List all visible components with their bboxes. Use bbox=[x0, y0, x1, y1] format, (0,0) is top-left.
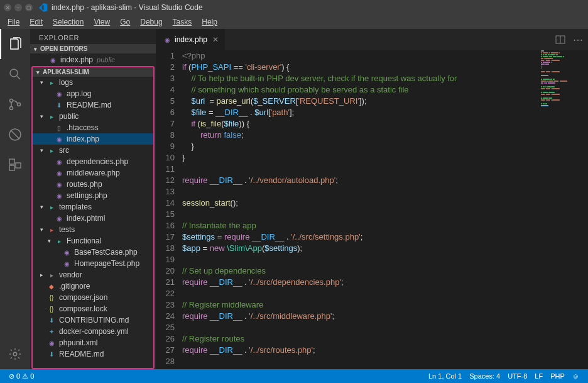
activity-extensions-icon[interactable] bbox=[0, 150, 30, 180]
tree-item-label: CONTRIBUTING.md bbox=[59, 316, 129, 325]
menu-go[interactable]: Go bbox=[115, 16, 135, 28]
activity-scm-icon[interactable] bbox=[0, 89, 30, 119]
status-lang[interactable]: PHP bbox=[547, 372, 569, 380]
tree-item[interactable]: ◉HomepageTest.php bbox=[33, 258, 153, 269]
tree-item[interactable]: ◉phpunit.xml bbox=[33, 337, 153, 348]
tree-item[interactable]: {}composer.lock bbox=[33, 303, 153, 314]
php-icon: ◉ bbox=[162, 35, 172, 45]
activity-search-icon[interactable] bbox=[0, 59, 30, 89]
php-icon: ◉ bbox=[54, 191, 64, 201]
window-title: index.php - aplikasi-slim - Visual Studi… bbox=[52, 3, 203, 12]
tree-item[interactable]: ◉app.log bbox=[33, 88, 153, 99]
gutter: 1234567891011121314151617181920212223242… bbox=[156, 50, 182, 369]
activity-explorer-icon[interactable] bbox=[0, 29, 30, 59]
open-editors-header[interactable]: ▾ OPEN EDITORS bbox=[30, 44, 156, 53]
open-editor-item[interactable]: ◉ index.php public bbox=[30, 53, 156, 66]
tree-item[interactable]: ◉routes.php bbox=[33, 179, 153, 190]
tree-item[interactable]: ▾▸src bbox=[33, 145, 153, 156]
tree-item[interactable]: ◉index.phtml bbox=[33, 213, 153, 224]
tree-item[interactable]: ◆.gitignore bbox=[33, 280, 153, 292]
chevron-icon: ▾ bbox=[40, 204, 46, 210]
window-minimize-icon[interactable]: − bbox=[14, 4, 22, 11]
status-eol[interactable]: LF bbox=[531, 372, 547, 380]
tree-item[interactable]: ◉index.php bbox=[33, 133, 153, 145]
status-feedback-icon[interactable]: ☺ bbox=[569, 372, 583, 380]
folder-open-icon: ▸ bbox=[46, 225, 57, 235]
tree-item[interactable]: ◉middleware.php bbox=[33, 167, 153, 179]
workspace-root[interactable]: ▾ APLIKASI-SLIM bbox=[33, 67, 153, 77]
php-icon: ◉ bbox=[54, 168, 64, 178]
status-spaces[interactable]: Spaces: 4 bbox=[466, 372, 504, 380]
status-encoding[interactable]: UTF-8 bbox=[504, 372, 531, 380]
folder-icon: ▸ bbox=[46, 270, 57, 280]
menu-view[interactable]: View bbox=[89, 16, 115, 28]
php-icon: ◉ bbox=[54, 89, 64, 99]
status-lncol[interactable]: Ln 1, Col 1 bbox=[425, 372, 466, 380]
tree-item[interactable]: ◉BaseTestCase.php bbox=[33, 247, 153, 258]
tree-item[interactable]: ▾▸Functional bbox=[33, 235, 153, 247]
titlebar: ✕ − ▢ index.php - aplikasi-slim - Visual… bbox=[0, 0, 588, 15]
tree-item-label: README.md bbox=[59, 350, 104, 358]
status-errors[interactable]: ⊘0 ⚠0 bbox=[5, 372, 38, 380]
tree-item[interactable]: ✦docker-compose.yml bbox=[33, 326, 153, 337]
tree-item[interactable]: ▯.htaccess bbox=[33, 122, 153, 133]
tree-item[interactable]: ▸▸vendor bbox=[33, 269, 153, 280]
menu-file[interactable]: File bbox=[3, 16, 24, 28]
code-body[interactable]: <?phpif (PHP_SAPI == 'cli-server') { // … bbox=[182, 50, 538, 369]
split-editor-icon[interactable] bbox=[555, 35, 565, 45]
tab-index-php[interactable]: ◉ index.php ✕ bbox=[156, 29, 226, 50]
json-icon: {} bbox=[46, 304, 57, 314]
menubar: File Edit Selection View Go Debug Tasks … bbox=[0, 15, 588, 29]
menu-help[interactable]: Help bbox=[197, 16, 222, 28]
activitybar bbox=[0, 29, 30, 369]
window-close-icon[interactable]: ✕ bbox=[4, 4, 11, 11]
warning-icon: ⚠ bbox=[22, 372, 28, 380]
php-icon: ◉ bbox=[54, 213, 64, 223]
minimap[interactable] bbox=[538, 50, 588, 369]
tree-item[interactable]: {}composer.json bbox=[33, 292, 153, 303]
menu-edit[interactable]: Edit bbox=[24, 16, 48, 28]
tree-item-label: phpunit.xml bbox=[59, 338, 97, 347]
tree-item[interactable]: ▾▸templates bbox=[33, 201, 153, 213]
menu-selection[interactable]: Selection bbox=[48, 16, 89, 28]
php-icon: ◉ bbox=[54, 134, 64, 144]
activity-settings-icon[interactable] bbox=[0, 339, 30, 369]
workspace-root-label: APLIKASI-SLIM bbox=[43, 69, 89, 75]
svg-rect-5 bbox=[9, 159, 14, 164]
tree-item[interactable]: ⬇CONTRIBUTING.md bbox=[33, 314, 153, 326]
tree-item[interactable]: ⬇README.md bbox=[33, 348, 153, 360]
php-icon: ◉ bbox=[54, 179, 64, 189]
svg-point-8 bbox=[13, 352, 17, 356]
window-maximize-icon[interactable]: ▢ bbox=[25, 4, 33, 11]
folder-open-icon: ▸ bbox=[46, 77, 57, 87]
file-tree: ▾ APLIKASI-SLIM ▾▸logs◉app.log⬇README.md… bbox=[31, 66, 155, 369]
tree-item[interactable]: ▾▸logs bbox=[33, 77, 153, 88]
folder-open-icon: ▸ bbox=[46, 202, 57, 212]
json-icon: {} bbox=[46, 292, 57, 303]
tree-item-label: BaseTestCase.php bbox=[74, 248, 138, 257]
code-editor[interactable]: 1234567891011121314151617181920212223242… bbox=[156, 50, 588, 369]
tree-item-label: routes.php bbox=[67, 180, 102, 189]
markdown-icon: ⬇ bbox=[46, 315, 57, 325]
more-icon[interactable]: ⋯ bbox=[573, 34, 583, 46]
tree-item[interactable]: ▾▸public bbox=[33, 111, 153, 122]
minimap-content bbox=[541, 50, 585, 109]
open-editor-suffix: public bbox=[97, 56, 115, 64]
tree-item[interactable]: ⬇README.md bbox=[33, 99, 153, 111]
close-icon[interactable]: ✕ bbox=[212, 35, 219, 44]
tree-item-label: app.log bbox=[67, 89, 91, 98]
sidebar: EXPLORER ▾ OPEN EDITORS ◉ index.php publ… bbox=[30, 29, 156, 369]
tree-item-label: vendor bbox=[59, 270, 82, 279]
chevron-icon: ▾ bbox=[40, 79, 46, 86]
menu-tasks[interactable]: Tasks bbox=[168, 16, 197, 28]
sidebar-title: EXPLORER bbox=[30, 29, 156, 44]
chevron-icon: ▾ bbox=[40, 147, 46, 153]
tree-item-label: logs bbox=[59, 78, 73, 87]
tree-item[interactable]: ◉settings.php bbox=[33, 190, 153, 201]
tree-item-label: src bbox=[59, 146, 69, 155]
tree-item[interactable]: ◉dependencies.php bbox=[33, 156, 153, 167]
menu-debug[interactable]: Debug bbox=[135, 16, 167, 28]
tree-item[interactable]: ▾▸tests bbox=[33, 224, 153, 235]
tabbar: ◉ index.php ✕ ⋯ bbox=[156, 29, 588, 50]
activity-debug-icon[interactable] bbox=[0, 119, 30, 150]
